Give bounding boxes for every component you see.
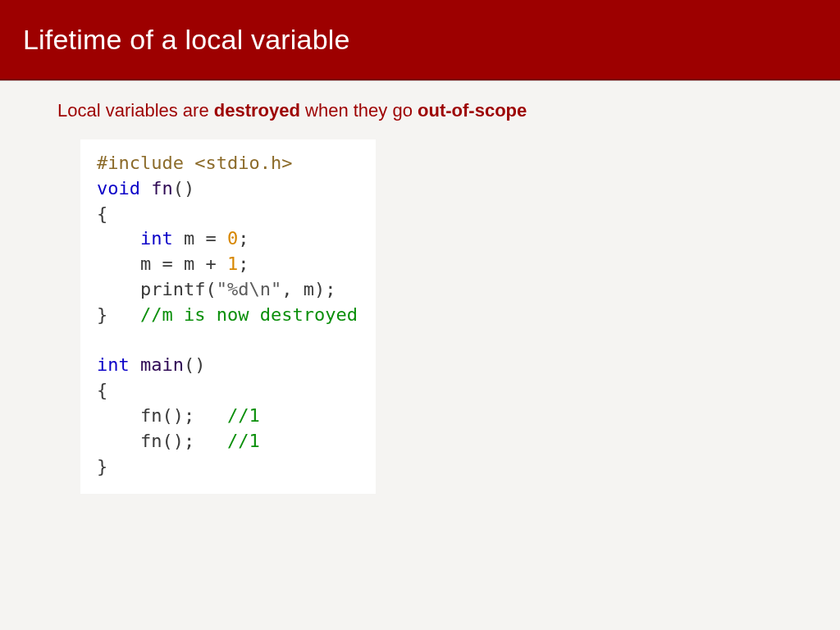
code-string-literal: "%d\n"	[217, 279, 281, 299]
code-function-main: main	[140, 354, 184, 375]
code-brace-close: }	[97, 456, 107, 477]
code-space	[130, 354, 140, 375]
code-comment-one: //1	[227, 405, 260, 426]
slide-body: Local variables are destroyed when they …	[0, 80, 840, 494]
code-text: m =	[173, 228, 227, 249]
code-include-directive: #include <stdio.h>	[97, 153, 292, 173]
code-brace-open: {	[97, 203, 107, 224]
code-brace-close: }	[97, 304, 107, 325]
code-keyword-void: void	[97, 178, 140, 199]
code-comment-one: //1	[227, 431, 260, 451]
code-function-fn: fn	[151, 178, 173, 199]
lead-bold-destroyed: destroyed	[214, 100, 300, 121]
code-number-zero: 0	[227, 228, 238, 249]
title-bar: Lifetime of a local variable	[0, 0, 840, 80]
code-printf-post: , m);	[281, 279, 336, 299]
slide: Lifetime of a local variable Local varia…	[0, 0, 840, 630]
code-semicolon: ;	[238, 228, 249, 249]
lead-sentence: Local variables are destroyed when they …	[57, 100, 783, 121]
code-keyword-int: int	[140, 228, 173, 249]
code-space	[140, 178, 151, 199]
lead-bold-out-of-scope: out-of-scope	[418, 100, 527, 121]
code-keyword-int: int	[97, 354, 130, 375]
code-semicolon: ;	[238, 253, 249, 274]
code-comment-destroyed: //m is now destroyed	[140, 304, 358, 325]
code-indent	[97, 228, 140, 249]
code-printf-pre: printf(	[97, 279, 217, 299]
code-block: #include <stdio.h> void fn() { int m = 0…	[80, 139, 376, 494]
code-space	[107, 304, 140, 325]
code-call-fn: fn();	[97, 431, 227, 451]
lead-text-pre: Local variables are	[57, 100, 214, 121]
code-parens: ()	[173, 178, 195, 199]
code-parens: ()	[184, 354, 206, 375]
code-text: m = m +	[97, 253, 227, 274]
slide-title: Lifetime of a local variable	[23, 24, 350, 56]
code-call-fn: fn();	[97, 405, 227, 426]
lead-text-mid: when they go	[300, 100, 418, 121]
code-brace-open: {	[97, 380, 107, 400]
code-number-one: 1	[227, 253, 238, 274]
